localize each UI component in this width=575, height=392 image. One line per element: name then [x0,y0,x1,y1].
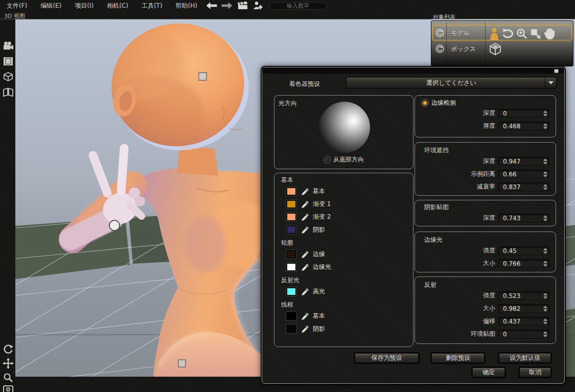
dialog-close-button[interactable] [554,69,559,73]
eyedropper-icon[interactable] [301,250,309,259]
ok-button[interactable]: 确定 [472,367,505,377]
figure-tool-icon[interactable] [488,27,501,40]
refresh-icon[interactable] [435,29,444,37]
chevron-down-icon [548,81,554,84]
spinner-buttons[interactable] [543,170,547,178]
spinner-buttons[interactable] [543,247,547,255]
save-preset-button[interactable]: 保存为预设 [355,353,419,363]
ao-attenuation-field[interactable]: 0.837 [498,182,549,192]
light-direction-sphere[interactable] [319,102,370,153]
pages-icon[interactable] [2,86,14,98]
cancel-button[interactable]: 取消 [519,367,551,377]
clapperboard-icon[interactable] [236,1,249,11]
spinner-buttons[interactable] [543,183,547,191]
color-swatch[interactable] [286,325,296,333]
frame-fit-icon[interactable] [2,383,14,392]
field-value: 0.766 [503,260,520,267]
reflection-offset-field[interactable]: 0.437 [498,317,549,326]
eyedropper-icon[interactable] [301,200,309,209]
hip-handle[interactable] [178,360,186,367]
spinner-buttons[interactable] [543,330,547,338]
rim-size-field[interactable]: 0.766 [498,259,549,268]
spinner-buttons[interactable] [543,214,547,222]
transform-tool-icon[interactable] [529,27,542,40]
spinner-buttons[interactable] [543,317,547,326]
menu-tools[interactable]: 工具(T) [135,0,169,11]
spinner-buttons[interactable] [543,292,547,300]
eyedropper-icon[interactable] [301,213,309,221]
delete-preset-button[interactable]: 删除预设 [431,353,485,363]
spinner-buttons[interactable] [543,305,547,313]
color-row: 边缘光 [274,261,413,273]
refresh-icon[interactable] [435,44,444,53]
zoom-view-icon[interactable] [2,372,14,384]
zoom-tool-icon[interactable] [515,27,528,40]
color-swatch[interactable] [286,187,296,196]
preset-dropdown-button[interactable] [545,78,556,88]
preset-dropdown[interactable]: 選択してください [346,77,557,88]
person-settings-icon[interactable] [251,1,264,11]
menu-project[interactable]: 项目(I) [68,0,100,11]
color-swatch[interactable] [286,287,296,296]
shadow-map-panel: 阴影贴图 深度 0.743 [415,200,556,226]
field-value: 0 [503,110,507,117]
object-list-panel: モデル ボックス [431,20,573,66]
color-swatch[interactable] [286,312,296,320]
ao-sample-distance-field[interactable]: 0.66 [498,170,549,179]
eyedropper-icon[interactable] [301,325,309,333]
eyedropper-icon[interactable] [301,226,309,234]
number-input[interactable]: 输入数字 [269,2,327,10]
eyedropper-icon[interactable] [301,288,309,296]
ao-depth-field[interactable]: 0.947 [498,157,549,166]
eyedropper-icon[interactable] [301,263,309,271]
spinner-buttons[interactable] [543,157,547,166]
box-tool-icon[interactable] [489,42,502,56]
rim-light-panel: 边缘光 强度 0.45 大小 0.766 [415,232,556,272]
menu-help[interactable]: 帮助(H) [169,0,204,11]
cube-icon[interactable] [2,71,14,83]
field-value: 0.837 [503,183,520,191]
edge-detection-radio[interactable] [421,99,429,107]
set-default-button[interactable]: 设为默认值 [499,353,551,363]
filmstrip-icon[interactable] [2,55,14,67]
color-swatch[interactable] [286,263,296,271]
eyedropper-icon[interactable] [301,188,309,196]
reflection-size-field[interactable]: 0.982 [498,304,549,313]
face-handle[interactable] [199,73,206,80]
menu-file[interactable]: 文件(F) [0,0,34,11]
rim-strength-field[interactable]: 0.45 [498,246,549,256]
preset-label: 着色器预设 [289,80,320,88]
field-label: 深度 [483,157,495,166]
move-view-icon[interactable] [2,357,14,370]
depth-field[interactable]: 0 [498,109,549,118]
menu-camera[interactable]: 相机(C) [100,0,135,11]
light-from-bottom-radio[interactable] [324,156,331,164]
color-swatch[interactable] [286,200,296,209]
color-swatch[interactable] [286,213,296,221]
color-swatch[interactable] [286,250,296,259]
back-arrow-icon[interactable] [205,1,218,11]
shadow-depth-field[interactable]: 0.743 [498,214,549,223]
spinner-buttons[interactable] [543,109,547,118]
dialog-title-bar[interactable] [262,67,564,74]
field-label: 大小 [483,304,495,313]
edge-detection-title: 边缘检测 [431,99,456,107]
spinner-buttons[interactable] [543,122,547,130]
reflection-strength-field[interactable]: 0.523 [498,291,549,301]
environment-map-field[interactable]: 0 [498,330,549,339]
color-label: 基本 [313,187,325,196]
color-label: 高光 [313,287,325,296]
movie-camera-icon[interactable] [2,40,14,52]
forward-arrow-icon[interactable] [220,1,234,11]
thickness-field[interactable]: 0.468 [498,122,549,131]
rotate-view-icon[interactable] [2,343,14,355]
wrist-handle[interactable] [109,220,120,230]
eyedropper-icon[interactable] [301,312,309,320]
menu-edit[interactable]: 编辑(E) [34,0,68,11]
color-swatch[interactable] [286,225,296,234]
rotate-tool-icon[interactable] [501,27,515,40]
hand-tool-icon[interactable] [543,27,556,40]
spinner-buttons[interactable] [543,260,547,268]
field-value: 0 [503,331,507,338]
color-label: 阴影 [313,225,325,234]
